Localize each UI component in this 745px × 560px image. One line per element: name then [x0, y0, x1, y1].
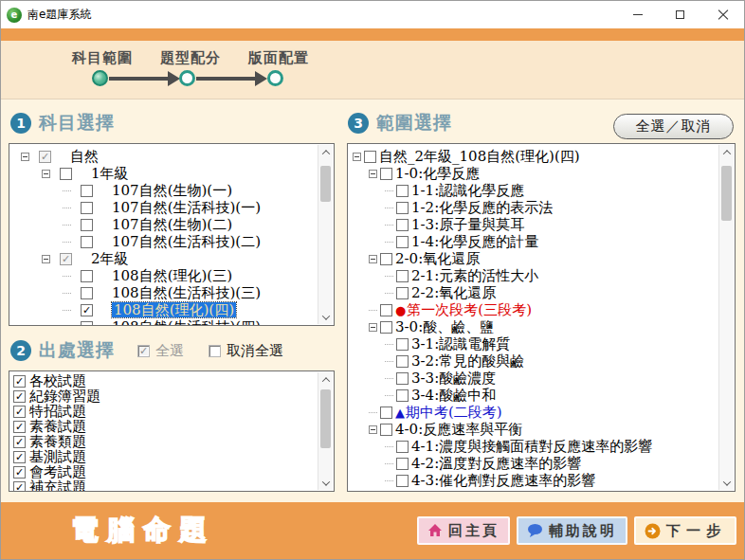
collapse-icon[interactable] — [42, 255, 50, 263]
collapse-icon[interactable] — [42, 170, 50, 178]
scroll-down-button[interactable] — [318, 310, 333, 324]
tree-item-label[interactable]: 2-0:氧化還原 — [395, 251, 480, 267]
checkbox[interactable]: ✓ — [13, 481, 26, 492]
scrollbar-thumb[interactable] — [721, 166, 732, 221]
checkbox[interactable]: ✓ — [13, 375, 26, 388]
checkbox[interactable] — [380, 406, 392, 419]
maximize-button[interactable] — [659, 1, 701, 28]
scroll-up-button[interactable] — [318, 372, 333, 387]
checkbox[interactable]: ✓ — [13, 390, 26, 403]
collapse-icon[interactable] — [369, 170, 377, 178]
collapse-icon[interactable] — [369, 323, 377, 332]
checkbox[interactable] — [380, 253, 392, 265]
tree-item-label[interactable]: 3-0:酸、鹼、鹽 — [395, 319, 494, 335]
scrollbar-thumb[interactable] — [320, 389, 331, 448]
scroll-down-button[interactable] — [719, 476, 734, 490]
checkbox[interactable] — [380, 168, 392, 180]
tree-item-label[interactable]: 3-2:常見的酸與鹼 — [411, 353, 524, 370]
tree-item-label[interactable]: 4-2:溫度對反應速率的影響 — [411, 456, 581, 472]
list-item-label[interactable]: 素養試題 — [29, 419, 86, 435]
scroll-down-button[interactable] — [318, 476, 333, 490]
tree-item-label[interactable]: 2年級 — [91, 251, 129, 267]
tree-item-label[interactable]: 107自然(生活科技)(二) — [112, 234, 261, 250]
tree-item-label[interactable]: 107自然(生物)(二) — [112, 217, 232, 233]
close-button[interactable] — [701, 1, 744, 28]
checkbox[interactable] — [60, 168, 72, 180]
tree-item-label[interactable]: 1-2:化學反應的表示法 — [411, 200, 553, 216]
tree-item-label[interactable]: 3-1:認識電解質 — [411, 336, 510, 352]
checkbox[interactable] — [396, 202, 409, 214]
tree-item-label[interactable]: 期中考(二段考) — [406, 405, 502, 421]
home-button[interactable]: 回主頁 — [417, 516, 510, 545]
checkbox[interactable] — [396, 372, 409, 385]
tree-item-label[interactable]: 自然 — [70, 149, 99, 165]
checkbox[interactable] — [81, 287, 93, 299]
tree-item-label[interactable]: 1年級 — [91, 166, 129, 182]
checkbox[interactable] — [81, 219, 93, 231]
scrollbar-thumb[interactable] — [320, 166, 331, 202]
select-all-toggle-button[interactable]: 全選／取消 — [613, 114, 734, 139]
tree-item-label[interactable]: 3-4:酸鹼中和 — [411, 388, 496, 404]
tree-item-label[interactable]: 108自然(理化)(四) — [112, 302, 236, 318]
scrollbar[interactable] — [318, 372, 333, 490]
checkbox[interactable] — [396, 270, 409, 282]
tree-item-label[interactable]: 1-0:化學反應 — [395, 166, 480, 182]
tree-item-label[interactable]: 4-3:催化劑對反應速率的影響 — [411, 473, 595, 489]
checkbox[interactable]: ✓ — [13, 406, 26, 418]
tree-item-label[interactable]: 1-3:原子量與莫耳 — [411, 217, 524, 233]
tree-item-label[interactable]: 2-2:氧化還原 — [411, 285, 496, 301]
checkbox[interactable] — [81, 270, 93, 282]
checkbox[interactable]: ✓ — [13, 451, 26, 463]
step-circle-2-icon[interactable] — [179, 70, 195, 86]
tree-item-label[interactable]: 1-1:認識化學反應 — [411, 183, 524, 199]
collapse-icon[interactable] — [353, 153, 361, 161]
checkbox[interactable]: ✓ — [39, 151, 51, 163]
checkbox[interactable] — [380, 321, 392, 334]
tree-item-label[interactable]: 自然_2年級_108自然(理化)(四) — [379, 149, 580, 165]
checkbox[interactable] — [364, 151, 376, 163]
tree-item-label[interactable]: 第一次段考(三段考) — [407, 302, 532, 318]
tree-item-label[interactable]: 108自然(理化)(三) — [112, 268, 232, 284]
checkbox[interactable] — [81, 202, 93, 214]
tree-item-label[interactable]: 1-4:化學反應的計量 — [411, 234, 538, 250]
checkbox[interactable]: ✓ — [81, 304, 93, 316]
checkbox[interactable] — [81, 321, 93, 326]
step-circle-3-icon[interactable] — [267, 70, 283, 86]
checkbox[interactable] — [396, 236, 409, 248]
list-item-label[interactable]: 補充試題 — [29, 479, 86, 491]
scrollbar[interactable] — [718, 145, 734, 490]
tree-item-label[interactable]: 107自然(生活科技)(一) — [112, 200, 261, 216]
tree-item-label[interactable]: 3-3:酸鹼濃度 — [411, 370, 496, 387]
scroll-up-button[interactable] — [719, 145, 734, 159]
checkbox[interactable] — [396, 475, 409, 487]
tree-item-label[interactable]: 108自然(生活科技)(三) — [112, 285, 261, 301]
checkbox[interactable] — [396, 389, 409, 402]
scrollbar[interactable] — [318, 145, 333, 324]
minimize-button[interactable] — [616, 1, 659, 28]
scroll-up-button[interactable] — [318, 145, 333, 159]
checkbox[interactable] — [396, 458, 409, 470]
checkbox[interactable] — [396, 185, 409, 197]
checkbox[interactable] — [81, 185, 93, 197]
checkbox[interactable]: ✓ — [13, 421, 26, 433]
collapse-icon[interactable] — [369, 255, 377, 263]
select-all-checkbox[interactable]: ✓ — [137, 345, 150, 357]
list-item-label[interactable]: 基測試題 — [29, 449, 86, 465]
checkbox[interactable] — [81, 236, 93, 248]
list-item-label[interactable]: 會考試題 — [29, 464, 86, 480]
list-item-label[interactable]: 各校試題 — [29, 373, 86, 389]
checkbox[interactable] — [396, 355, 409, 368]
checkbox[interactable] — [380, 424, 392, 436]
step-circle-1-active-icon[interactable] — [92, 70, 108, 86]
checkbox[interactable] — [396, 441, 409, 453]
tree-item-label[interactable]: 107自然(生物)(一) — [112, 183, 232, 199]
list-item-label[interactable]: 特招試題 — [29, 404, 86, 420]
list-item-label[interactable]: 素養類題 — [29, 434, 86, 450]
tree-item-label[interactable]: 4-1:濃度與接觸面積對反應速率的影響 — [411, 439, 652, 455]
collapse-icon[interactable] — [21, 153, 29, 161]
checkbox[interactable] — [396, 338, 409, 351]
tree-item-label[interactable]: 2-1:元素的活性大小 — [411, 268, 538, 284]
checkbox[interactable]: ✓ — [13, 466, 26, 479]
deselect-all-checkbox[interactable] — [209, 345, 221, 357]
next-step-button[interactable]: 下一步 — [634, 516, 736, 545]
